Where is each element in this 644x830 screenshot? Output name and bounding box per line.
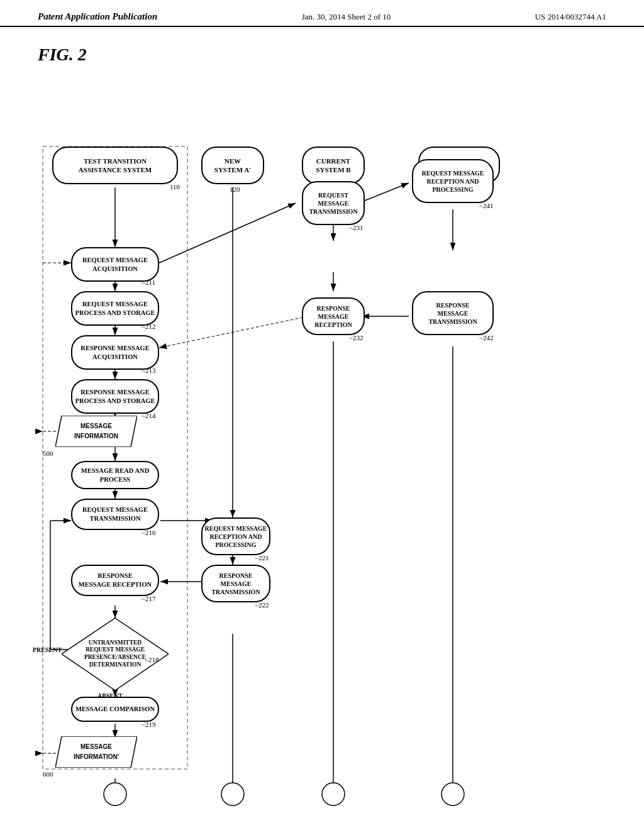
svg-text:INFORMATION': INFORMATION' (74, 753, 119, 760)
ref-212: ~212 (142, 323, 155, 330)
box-211: REQUEST MESSAGE ACQUISITION (71, 247, 159, 282)
box-212: REQUEST MESSAGE PROCESS AND STORAGE (71, 291, 159, 326)
box-msgread: MESSAGE READ AND PROCESS (71, 461, 159, 489)
svg-text:INFORMATION: INFORMATION (74, 433, 118, 440)
patent-number-label: US 2014/0032744 A1 (535, 12, 606, 22)
ref-242: ~242 (479, 334, 493, 341)
ref-500: 500 (43, 450, 53, 457)
box-215: REQUEST MESSAGE TRANSMISSION (71, 499, 159, 530)
box-213: RESPONSE MESSAGE ACQUISITION (71, 335, 159, 370)
msg-information-600: MESSAGE INFORMATION' (55, 736, 137, 768)
svg-point-32 (322, 783, 345, 805)
svg-marker-40 (55, 416, 137, 447)
ref-219: ~219 (142, 721, 155, 728)
svg-line-20 (159, 203, 296, 263)
ref-241: ~241 (479, 202, 493, 209)
svg-marker-44 (55, 736, 137, 768)
publication-label: Patent Application Publication (38, 11, 157, 22)
ref-221: ~221 (255, 554, 269, 562)
box-231: REQUEST MESSAGE TRANSMISSION (302, 181, 365, 225)
figure-label: FIG. 2 (38, 45, 87, 65)
svg-point-33 (441, 783, 464, 805)
ref-222: ~222 (255, 601, 269, 609)
ref-231: ~231 (349, 224, 363, 231)
box-214: RESPONSE MESSAGE PROCESS AND STORAGE (71, 379, 159, 414)
ref-213: ~213 (142, 367, 155, 374)
box-241: REQUEST MESSAGE RECEPTION AND PROCESSING (412, 159, 494, 203)
system-110-box: TEST TRANSITION ASSISTANCE SYSTEM (52, 147, 178, 184)
box-232: RESPONSE MESSAGE RECEPTION (302, 297, 365, 335)
ref-216: ~216 (142, 529, 155, 536)
diagram-area: FIG. 2 (0, 27, 644, 807)
ref-600: 600 (43, 770, 53, 778)
ref-217: ~217 (142, 595, 155, 602)
box-219: MESSAGE COMPARISON (71, 697, 159, 722)
box-242: RESPONSE MESSAGE TRANSMISSION (412, 291, 494, 335)
ref-120: 120 (230, 185, 240, 193)
page-header: Patent Application Publication Jan. 30, … (0, 0, 644, 27)
ref-232: ~232 (349, 334, 363, 341)
svg-point-30 (104, 783, 126, 805)
svg-point-31 (221, 783, 244, 805)
diamond-218: UNTRANSMITTEDREQUEST MESSAGEPRESENCE/ABS… (62, 618, 169, 690)
box-217: RESPONSE MESSAGE RECEPTION (71, 565, 159, 596)
present-label: PRESENT (33, 646, 62, 653)
ref-211: ~211 (142, 279, 155, 286)
system-120-box: NEW SYSTEM A' (201, 147, 264, 184)
ref-218: ~218 (145, 656, 158, 663)
svg-text:MESSAGE: MESSAGE (80, 423, 112, 429)
date-sheet-label: Jan. 30, 2014 Sheet 2 of 10 (302, 12, 391, 22)
svg-line-27 (159, 316, 308, 348)
svg-line-23 (362, 183, 409, 202)
svg-text:MESSAGE: MESSAGE (80, 743, 112, 750)
box-221: REQUEST MESSAGE RECEPTION AND PROCESSING (201, 517, 270, 555)
msg-information-500: MESSAGE INFORMATION (55, 416, 137, 447)
ref-214: ~214 (142, 412, 155, 419)
ref-110: 110 (170, 183, 180, 191)
system-130-box: CURRENT SYSTEM B (302, 147, 365, 184)
box-222: RESPONSE MESSAGE TRANSMISSION (201, 565, 270, 602)
